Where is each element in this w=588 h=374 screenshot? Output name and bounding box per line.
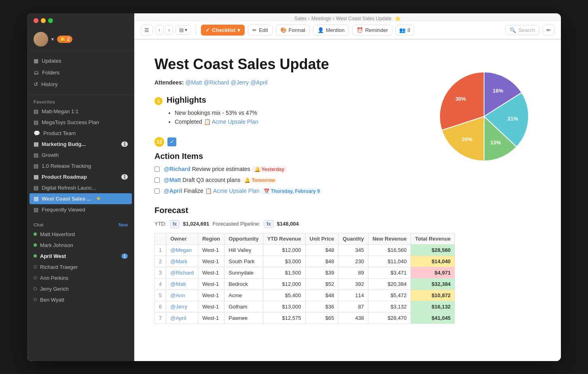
attendee-3[interactable]: @April xyxy=(250,79,267,86)
user-dropdown[interactable]: ▾ xyxy=(51,36,54,42)
chat-item-april[interactable]: April West 1 xyxy=(27,251,134,262)
sidebar-item-product-roadmap[interactable]: ▤ Product Roadmap 1 xyxy=(27,171,134,182)
action-checkbox-0[interactable] xyxy=(154,167,160,172)
action-item-0: @Richard Review price estimates 🔔 Yester… xyxy=(154,166,411,173)
due-date-1: 🔔 Tomorrow xyxy=(242,177,277,184)
acme-link[interactable]: 📋 Acme Upsale Plan xyxy=(204,118,258,125)
item-label: Frequently Viewed xyxy=(42,207,85,213)
avatar[interactable] xyxy=(34,32,48,46)
sidebar-item-growth[interactable]: ▤ Growth xyxy=(27,150,134,161)
cell-ytd-revenue: $13,000 xyxy=(263,301,305,312)
sidebar-item-folders[interactable]: 🗂 Folders xyxy=(27,67,134,78)
action-checkbox-2[interactable] xyxy=(154,188,160,194)
action-mention-0[interactable]: @Richard xyxy=(164,166,190,172)
action-item-2: @April Finalize 📋 Acme Upsale Plan 📅 Thu… xyxy=(154,188,411,194)
chat-item-mark[interactable]: Mark Johnson xyxy=(27,240,134,251)
chat-item-matt[interactable]: Matt Haverford xyxy=(27,229,134,240)
notification-badge[interactable]: 🔔 2 xyxy=(57,36,72,43)
search-box[interactable]: 🔍 Search xyxy=(505,25,539,35)
col-quantity: Quantity xyxy=(338,233,368,244)
pie-label: 21% xyxy=(508,116,518,122)
chat-item-jerry[interactable]: Jerry Gerich xyxy=(27,283,134,294)
sidebar-item-release-tracking[interactable]: ▤ 1.0 Release Tracking xyxy=(27,161,134,171)
back-button[interactable]: ‹ xyxy=(155,25,163,35)
sidebar-item-frequently-viewed[interactable]: ▤ Frequently Viewed xyxy=(27,204,134,215)
edit-button[interactable]: ✏ Edit xyxy=(248,25,272,36)
action-mention-1[interactable]: @Matt xyxy=(164,177,181,183)
sidebar-item-west-coast-sales[interactable]: ▤ West Coast Sales ... ★ xyxy=(30,193,132,204)
star-icon: ★ xyxy=(96,196,101,201)
members-icon: 👥 xyxy=(399,27,406,33)
chat-item-richard[interactable]: Richard Traeger xyxy=(27,262,134,273)
owner-link[interactable]: @Megan xyxy=(170,247,192,253)
highlights-badge: 1 xyxy=(154,97,163,105)
folders-icon: 🗂 xyxy=(34,70,39,76)
reminder-icon: ⏰ xyxy=(357,27,363,33)
attendee-0[interactable]: @Matt xyxy=(185,79,202,86)
forward-button[interactable]: › xyxy=(165,25,173,35)
breadcrumb-sep2: › xyxy=(333,16,334,21)
highlight-text-0: New bookings mix - 53% vs 47% xyxy=(175,110,257,116)
sidebar-item-digital-refresh[interactable]: ▤ Digital Refresh Launc... xyxy=(27,182,134,193)
action-item-content: @Richard Review price estimates 🔔 Yester… xyxy=(164,166,287,173)
acme-link-2[interactable]: 📋 Acme Upsale Plan xyxy=(205,188,260,194)
chat-item-ben[interactable]: Ben Wyatt xyxy=(27,294,134,305)
owner-link[interactable]: @Ann xyxy=(170,292,185,298)
minimize-button[interactable] xyxy=(41,18,46,23)
chat-new: New xyxy=(118,222,128,227)
highlights-section: 1 Highlights New bookings mix - 53% vs 4… xyxy=(154,95,411,127)
sidebar: ▾ 🔔 2 ▦ Updates 🗂 Folders ↺ History xyxy=(27,13,134,361)
attendee-1[interactable]: @Richard xyxy=(204,79,229,86)
toolbar: ☰ ‹ › ▤ ▾ ✓ Checklist ▾ ✏ Edit xyxy=(134,21,561,39)
cell-new-revenue: $3,471 xyxy=(368,267,411,278)
action-mention-2[interactable]: @April xyxy=(164,188,182,194)
attendee-2[interactable]: @Jerry xyxy=(231,79,249,86)
new-doc-button[interactable]: ✏ xyxy=(543,25,554,36)
cell-region: West-1 xyxy=(198,278,224,289)
sidebar-item-matt-megan[interactable]: ▤ Matt-Megan 1:1 xyxy=(27,106,134,117)
table-row: 3 @Richard West-1 Sunnydale $1,500 $39 8… xyxy=(155,267,455,278)
nav-arrows: ‹ › xyxy=(155,25,173,35)
cell-num: 6 xyxy=(155,301,166,312)
chat-item-ann[interactable]: Ann Perkins xyxy=(27,273,134,283)
doc-type-button[interactable]: ▤ ▾ xyxy=(176,25,191,35)
item-label: Product Roadmap xyxy=(42,174,87,180)
members-button[interactable]: 👥 8 xyxy=(396,25,414,36)
maximize-button[interactable] xyxy=(48,18,53,23)
cell-num: 1 xyxy=(155,244,166,256)
cell-region: West-1 xyxy=(198,256,224,267)
mention-button[interactable]: 👤 Mention xyxy=(313,25,349,36)
reminder-button[interactable]: ⏰ Reminder xyxy=(352,25,392,36)
alarm-icon-1: 🔔 xyxy=(244,177,250,183)
checklist-button[interactable]: ✓ Checklist ▾ xyxy=(201,25,245,36)
sidebar-item-updates[interactable]: ▦ Updates xyxy=(27,55,134,67)
owner-link[interactable]: @Richard xyxy=(170,270,194,276)
cell-owner: @Richard xyxy=(166,267,198,278)
action-checkbox-1[interactable] xyxy=(154,177,160,183)
action-items-section: 12 ✓ Action Items @Richard Review price … xyxy=(154,137,411,194)
owner-link[interactable]: @Mark xyxy=(170,258,187,264)
cell-owner: @Mark xyxy=(166,256,198,267)
action-items-header: 12 ✓ xyxy=(154,137,411,147)
mention-label: Mention xyxy=(326,27,345,33)
cell-unit-price: $39 xyxy=(305,267,338,278)
chat-name: April West xyxy=(40,253,66,259)
main-area: Sales › Meetings › West Coast Sales Upda… xyxy=(134,13,561,361)
item-badge: 1 xyxy=(121,174,128,180)
sidebar-item-history[interactable]: ↺ History xyxy=(27,78,134,90)
online-indicator xyxy=(34,254,37,258)
sidebar-toggle-button[interactable]: ☰ xyxy=(141,25,153,36)
item-label: Digital Refresh Launc... xyxy=(42,185,96,191)
close-button[interactable] xyxy=(34,18,38,23)
sidebar-item-marketing-budg[interactable]: ▤ Marketing Budg... 1 xyxy=(27,139,134,150)
owner-link[interactable]: @April xyxy=(170,315,186,321)
highlight-text-prefix: Completed xyxy=(175,118,204,125)
sidebar-item-product-team[interactable]: 💬 Product Team xyxy=(27,128,134,139)
notification-count: 2 xyxy=(67,37,70,42)
sidebar-item-megatoys[interactable]: ▤ MegaToys Success Plan xyxy=(27,117,134,128)
format-button[interactable]: 🎨 Format xyxy=(276,25,310,36)
action-text-0: Review price estimates xyxy=(192,166,252,172)
owner-link[interactable]: @Jerry xyxy=(170,304,187,310)
cell-unit-price: $36 xyxy=(305,301,338,312)
owner-link[interactable]: @Matt xyxy=(170,281,186,287)
